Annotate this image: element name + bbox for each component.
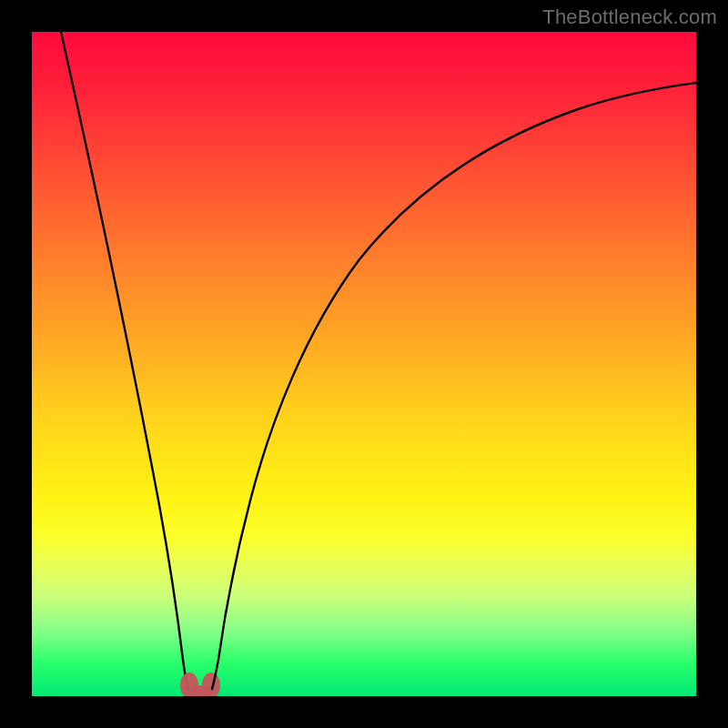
outer-frame: TheBottleneck.com [0, 0, 728, 728]
bottleneck-curve [32, 32, 696, 696]
svg-point-2 [202, 672, 220, 696]
plot-area [32, 32, 696, 696]
curve-left-branch [61, 32, 188, 689]
watermark-text: TheBottleneck.com [542, 5, 717, 29]
curve-right-branch [212, 83, 696, 689]
